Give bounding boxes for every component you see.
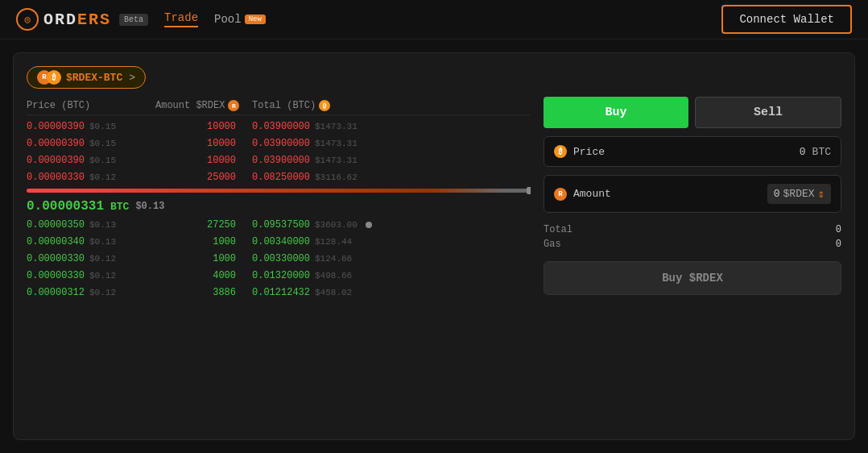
rdex-header-icon: R [228, 100, 239, 111]
spread-bar [27, 189, 531, 193]
gas-value: 0 [836, 239, 841, 250]
price-btc-icon: ₿ [554, 145, 567, 158]
total-cell: 0.00340000 $128.44 [252, 236, 531, 247]
header-amount: Amount $RDEX R [155, 100, 252, 111]
total-value: 0 [836, 224, 841, 235]
beta-badge: Beta [119, 14, 148, 26]
table-row[interactable]: 0.00000330 $0.12 25000 0.08250000 $3116.… [27, 169, 531, 185]
btc-header-icon: ₿ [319, 100, 330, 111]
spread-indicator [527, 187, 531, 194]
orderbook-header: Price (BTC) Amount $RDEX R Total (BTC) ₿ [27, 97, 531, 115]
buy-button[interactable]: Buy [544, 97, 688, 128]
logo-icon: ◎ [16, 8, 39, 31]
price-cell: 0.00000340 $0.13 [27, 236, 155, 247]
amount-cell: 10000 [155, 121, 252, 132]
total-label: Total [544, 224, 572, 235]
table-row[interactable]: 0.00000330 $0.12 1000 0.00330000 $124.66 [27, 251, 531, 267]
total-cell: 0.01212432 $458.02 [252, 287, 531, 298]
total-cell: 0.00330000 $124.66 [252, 253, 531, 264]
amount-rdex-icon: R [554, 188, 567, 201]
price-cell: 0.00000312 $0.12 [27, 287, 155, 298]
buy-orders: 0.00000350 $0.13 27250 0.09537500 $3603.… [27, 217, 531, 301]
sell-orders: 0.00000390 $0.15 10000 0.03900000 $1473.… [27, 118, 531, 185]
price-cell: 0.00000330 $0.12 [27, 253, 155, 264]
total-row: Total 0 [544, 224, 841, 235]
amount-cell: 25000 [155, 172, 252, 183]
main-nav: Trade Pool New [164, 11, 266, 27]
amount-label: Amount [573, 188, 761, 200]
table-row[interactable]: 0.00000390 $0.15 10000 0.03900000 $1473.… [27, 118, 531, 135]
amount-cell: 1000 [155, 253, 252, 264]
total-cell: 0.03900000 $1473.31 [252, 121, 531, 132]
order-totals: Total 0 Gas 0 [544, 221, 841, 253]
total-cell: 0.03900000 $1473.31 [252, 138, 531, 149]
pair-icons: R ₿ [37, 70, 61, 85]
table-row[interactable]: 0.00000350 $0.13 27250 0.09537500 $3603.… [27, 217, 531, 233]
amount-cell: 27250 [155, 219, 252, 231]
amount-cell: 10000 [155, 155, 252, 166]
trading-panel: R ₿ $RDEX-BTC > Price (BTC) Amount $RDEX… [13, 52, 855, 440]
price-cell: 0.00000390 $0.15 [27, 138, 155, 149]
price-currency: BTC [812, 146, 831, 158]
main-content: R ₿ $RDEX-BTC > Price (BTC) Amount $RDEX… [0, 39, 868, 453]
amount-input-group[interactable]: R Amount 0 $RDEX ⇕ [544, 175, 841, 213]
connect-wallet-button[interactable]: Connect Wallet [721, 5, 852, 34]
nav-trade[interactable]: Trade [164, 11, 198, 27]
amount-cell: 1000 [155, 236, 252, 247]
logo: ◎ ORDERS Beta [16, 8, 148, 31]
total-cell: 0.03900000 $1473.31 [252, 155, 531, 166]
content-area: Price (BTC) Amount $RDEX R Total (BTC) ₿… [27, 97, 841, 426]
header-total: Total (BTC) ₿ [252, 100, 531, 111]
pair-label: $RDEX-BTC [66, 72, 122, 84]
current-price: 0.00000331 BTC $0.13 [27, 196, 531, 217]
price-input-group[interactable]: ₿ Price 0 BTC [544, 136, 841, 167]
header-price: Price (BTC) [27, 100, 155, 111]
total-cell: 0.08250000 $3116.62 [252, 172, 531, 183]
amount-currency: $RDEX [783, 188, 815, 200]
table-row[interactable]: 0.00000390 $0.15 10000 0.03900000 $1473.… [27, 135, 531, 152]
right-panel: Buy Sell ₿ Price 0 BTC R Amount 0 $RDEX [544, 97, 841, 426]
nav-pool[interactable]: Pool New [214, 13, 266, 26]
buy-sell-tabs: Buy Sell [544, 97, 841, 128]
sell-button[interactable]: Sell [695, 97, 841, 128]
total-cell: 0.09537500 $3603.00 [252, 219, 531, 231]
amount-input-area[interactable]: 0 $RDEX ⇕ [767, 184, 831, 204]
total-cell: 0.01320000 $498.66 [252, 270, 531, 281]
amount-cell: 4000 [155, 270, 252, 281]
btc-icon: ₿ [47, 70, 61, 85]
pair-selector[interactable]: R ₿ $RDEX-BTC > [27, 66, 146, 89]
gas-row: Gas 0 [544, 239, 841, 250]
new-badge: New [245, 15, 266, 24]
table-row[interactable]: 0.00000390 $0.15 10000 0.03900000 $1473.… [27, 152, 531, 168]
price-cell: 0.00000330 $0.12 [27, 270, 155, 281]
table-row[interactable]: 0.00000330 $0.12 4000 0.01320000 $498.66 [27, 268, 531, 284]
price-label: Price [573, 146, 793, 158]
gas-label: Gas [544, 239, 561, 250]
header: ◎ ORDERS Beta Trade Pool New Connect Wal… [0, 0, 868, 39]
logo-text: ORDERS [43, 10, 111, 29]
amount-cell: 3886 [155, 287, 252, 298]
price-cell: 0.00000390 $0.15 [27, 121, 155, 132]
price-value: 0 [800, 146, 806, 158]
amount-cell: 10000 [155, 138, 252, 149]
amount-value: 0 [774, 188, 780, 200]
price-cell: 0.00000350 $0.13 [27, 219, 155, 231]
price-cell: 0.00000390 $0.15 [27, 155, 155, 166]
amount-spin-icon[interactable]: ⇕ [818, 187, 825, 201]
table-row[interactable]: 0.00000340 $0.13 1000 0.00340000 $128.44 [27, 234, 531, 250]
table-row[interactable]: 0.00000312 $0.12 3886 0.01212432 $458.02 [27, 285, 531, 301]
submit-button[interactable]: Buy $RDEX [544, 261, 841, 295]
price-cell: 0.00000330 $0.12 [27, 172, 155, 183]
pair-chevron-icon: > [129, 72, 135, 84]
order-book: Price (BTC) Amount $RDEX R Total (BTC) ₿… [27, 97, 531, 426]
